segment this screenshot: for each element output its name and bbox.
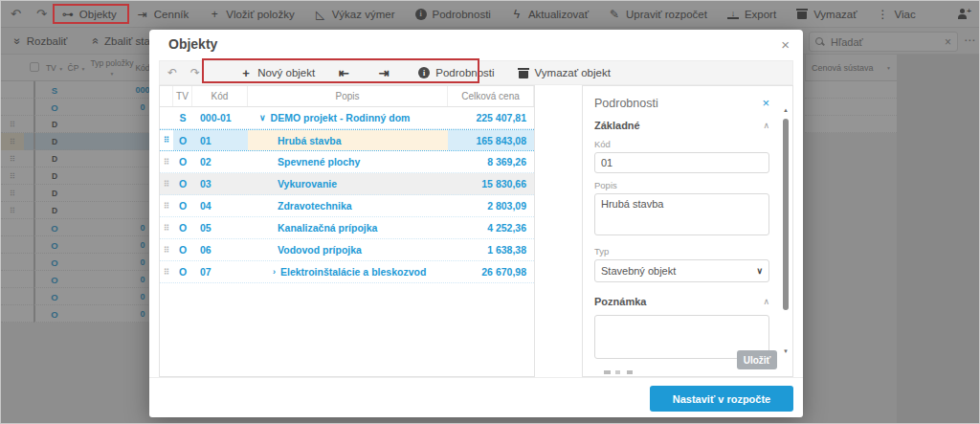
drag-handle-icon[interactable]: ⠿: [160, 151, 173, 172]
modal-toolbar: ↶ ↷ +Nový objekt ⇤ ⇥ Podrobnosti Vymazať…: [159, 60, 793, 85]
objects-table-header: TV Kód Popis Celková cena: [160, 86, 534, 107]
col-popis: Popis: [248, 86, 448, 106]
col-celkova-cena: Celková cena: [448, 86, 534, 106]
details-scrollbar[interactable]: ▲ ▼: [782, 115, 790, 346]
code-field[interactable]: [594, 152, 769, 173]
drag-handle-icon[interactable]: ⠿: [160, 217, 173, 238]
modal-table-body: S 000-01 ∨DEMO projekt - Rodinný dom 225…: [160, 107, 534, 283]
chevron-up-icon[interactable]: ∧: [763, 121, 769, 130]
drag-handle-icon[interactable]: ⠿: [160, 195, 173, 216]
chevron-up-icon[interactable]: ∧: [763, 297, 769, 306]
modal-toolbar-item[interactable]: +Nový objekt: [240, 66, 315, 80]
desc-label: Popis: [594, 180, 769, 190]
scroll-down-icon[interactable]: ▼: [782, 348, 790, 354]
section-note-label: Poznámka: [594, 296, 646, 307]
object-row[interactable]: S 000-01 ∨DEMO projekt - Rodinný dom 225…: [160, 107, 534, 129]
modal-footer: Nastaviť v rozpočte: [149, 377, 803, 417]
code-label: Kód: [594, 139, 769, 149]
info-icon: [418, 67, 430, 78]
chevron-down-icon: ∨: [756, 266, 763, 276]
close-icon[interactable]: ×: [781, 36, 790, 53]
drag-handle-icon[interactable]: ⠿: [160, 130, 173, 150]
type-label: Typ: [594, 246, 769, 257]
expand-chevron-icon[interactable]: ∨: [259, 113, 266, 123]
trash-icon: [518, 68, 529, 78]
modal-toolbar-item[interactable]: Podrobnosti: [418, 67, 494, 78]
description-field[interactable]: Hrubá stavba: [594, 193, 769, 235]
app-window: ↶ ↷ ⊶Objekty ⇥Cenník +Vložiť položky ◺Vý…: [0, 0, 980, 424]
redo-icon[interactable]: ↷: [190, 66, 200, 79]
modal-toolbar-item[interactable]: Vymazať objekt: [518, 67, 611, 78]
object-row[interactable]: ⠿ O 07 ›Elektroinštalácie a bleskozvod 2…: [160, 261, 534, 283]
modal-toolbar-item[interactable]: ⇥: [378, 66, 395, 80]
col-kod: Kód: [192, 86, 248, 106]
object-row[interactable]: ⠿ O 01 Hrubá stavba 165 843,08: [160, 129, 534, 151]
modal-toolbar-item[interactable]: ⇤: [338, 66, 355, 80]
modal-title: Objekty: [168, 36, 217, 52]
details-title: Podrobnosti: [594, 97, 658, 110]
object-row[interactable]: ⠿ O 02 Spevnené plochy 8 369,26: [160, 151, 534, 173]
objekty-modal: Objekty × ↶ ↷ +Nový objekt ⇤ ⇥ Podrobnos…: [149, 30, 803, 417]
col-tv: TV: [173, 86, 192, 106]
details-panel: Podrobnosti × Základné ∧ Kód Popis Hrubá…: [582, 85, 793, 377]
scrollbar-thumb[interactable]: [783, 119, 789, 310]
objects-table: TV Kód Popis Celková cena S 000-01 ∨DEMO…: [159, 85, 535, 377]
modal-header: Objekty ×: [149, 30, 803, 58]
section-basic-label: Základné: [594, 120, 640, 131]
drag-handle-icon[interactable]: ⠿: [160, 173, 173, 194]
save-button[interactable]: Uložiť: [737, 350, 777, 369]
expand-chevron-icon[interactable]: ›: [273, 267, 276, 277]
set-in-budget-button[interactable]: Nastaviť v rozpočte: [650, 386, 793, 412]
outdent-icon: ⇤: [338, 66, 349, 80]
object-row[interactable]: ⠿ O 04 Zdravotechnika 2 803,09: [160, 195, 534, 217]
drag-handle-icon[interactable]: ⠿: [160, 261, 173, 282]
object-row[interactable]: ⠿ O 03 Vykurovanie 15 830,66: [160, 173, 534, 195]
type-select[interactable]: Stavebný objekt ∨: [594, 259, 769, 282]
close-details-icon[interactable]: ×: [762, 96, 769, 110]
drag-handle-icon[interactable]: ⠿: [160, 239, 173, 260]
drag-handle-icon[interactable]: [160, 107, 173, 128]
indent-icon: ⇥: [378, 66, 390, 80]
object-row[interactable]: ⠿ O 05 Kanalizačná prípojka 4 252,36: [160, 217, 534, 239]
undo-icon[interactable]: ↶: [167, 66, 177, 79]
modal-toolbar-items: +Nový objekt ⇤ ⇥ Podrobnosti Vymazať obj…: [229, 66, 622, 80]
object-row[interactable]: ⠿ O 06 Vodovod prípojka 1 638,38: [160, 239, 534, 261]
scroll-up-icon[interactable]: ▲: [782, 107, 790, 113]
plus-icon: +: [240, 66, 252, 80]
clipped-content: [604, 370, 636, 374]
